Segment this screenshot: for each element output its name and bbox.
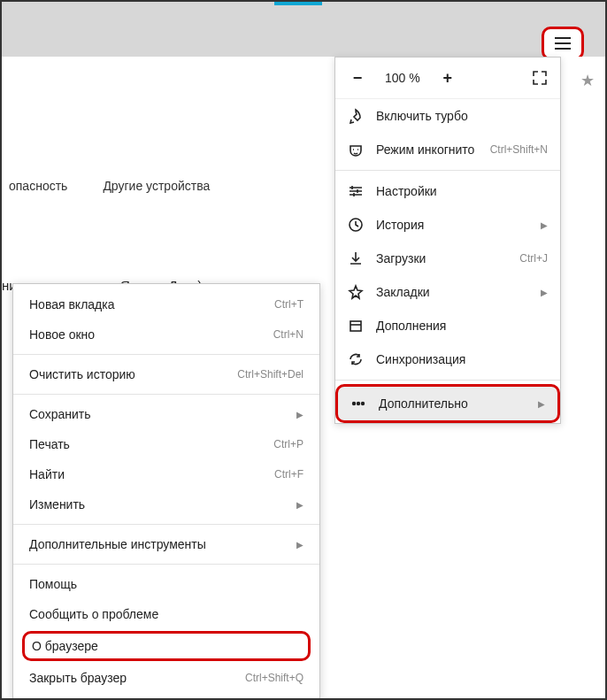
separator <box>335 170 560 171</box>
submenu-report[interactable]: Сообщить о проблеме <box>13 599 319 629</box>
menu-label: Режим инкогнито <box>376 142 478 157</box>
zoom-row: − 100 % + <box>335 58 560 99</box>
shortcut: Ctrl+Shift+Q <box>245 672 304 684</box>
shortcut: Ctrl+F <box>274 468 304 481</box>
hamburger-icon <box>555 37 571 50</box>
menu-sync[interactable]: Синхронизация <box>335 342 560 376</box>
svg-point-2 <box>353 403 356 405</box>
menu-bookmarks[interactable]: Закладки ▶ <box>335 275 560 309</box>
menu-incognito[interactable]: Режим инкогнито Ctrl+Shift+N <box>335 133 560 166</box>
chevron-right-icon: ▶ <box>296 500 304 510</box>
shortcut: Ctrl+N <box>273 328 304 341</box>
menu-turbo[interactable]: Включить турбо <box>335 99 560 133</box>
submenu-quit[interactable]: Закрыть браузер Ctrl+Shift+Q <box>13 663 319 693</box>
submenu-find[interactable]: Найти Ctrl+F <box>13 459 319 489</box>
tab-security-partial[interactable]: опасность <box>2 175 74 196</box>
mask-icon <box>348 142 364 158</box>
menu-label: Включить турбо <box>376 109 548 123</box>
star-icon <box>348 284 364 300</box>
submenu-help[interactable]: Помощь <box>13 569 319 599</box>
separator <box>13 354 319 355</box>
zoom-in-button[interactable]: + <box>438 68 457 88</box>
menu-label: Загрузки <box>376 251 507 265</box>
submenu-save[interactable]: Сохранить ▶ <box>13 399 319 429</box>
main-menu-button[interactable] <box>542 27 584 60</box>
menu-downloads[interactable]: Загрузки Ctrl+J <box>335 242 560 275</box>
menu-addons[interactable]: Дополнения <box>335 309 560 342</box>
submenu-clear-history[interactable]: Очистить историю Ctrl+Shift+Del <box>13 359 319 389</box>
separator <box>13 394 319 395</box>
chevron-right-icon: ▶ <box>538 399 545 409</box>
submenu-label: Новое окно <box>29 327 95 342</box>
shortcut: Ctrl+Shift+N <box>490 143 548 156</box>
separator <box>13 564 319 565</box>
menu-label: Настройки <box>376 184 548 198</box>
main-menu-dropdown: − 100 % + Включить турбо Режим инкогнито… <box>334 57 561 424</box>
tab-active-indicator <box>274 2 322 5</box>
zoom-out-button[interactable]: − <box>348 68 367 88</box>
sync-icon <box>348 351 364 367</box>
submenu-new-window[interactable]: Новое окно Ctrl+N <box>13 319 319 350</box>
submenu-label: О браузере <box>32 639 98 653</box>
chevron-right-icon: ▶ <box>541 288 548 297</box>
submenu-edit[interactable]: Изменить ▶ <box>13 489 319 519</box>
box-icon <box>348 318 364 334</box>
submenu-label: Дополнительные инструменты <box>29 537 206 551</box>
submenu-label: Сообщить о проблеме <box>29 607 158 621</box>
submenu-label: Помощь <box>29 577 77 591</box>
window-titlebar <box>2 2 605 57</box>
bookmark-star-icon[interactable]: ★ <box>580 71 595 90</box>
submenu-label: Закрыть браузер <box>29 671 127 685</box>
submenu-label: Очистить историю <box>29 367 135 381</box>
download-icon <box>348 250 364 266</box>
sliders-icon <box>348 183 364 199</box>
svg-point-3 <box>357 403 360 405</box>
menu-label: Синхронизация <box>376 352 548 366</box>
chevron-right-icon: ▶ <box>296 540 304 550</box>
dots-icon <box>350 396 366 412</box>
more-submenu: Новая вкладка Ctrl+T Новое окно Ctrl+N О… <box>12 283 320 699</box>
submenu-print[interactable]: Печать Ctrl+P <box>13 429 319 459</box>
separator <box>13 524 319 525</box>
shortcut: Ctrl+T <box>274 298 304 311</box>
submenu-new-tab[interactable]: Новая вкладка Ctrl+T <box>13 289 319 319</box>
submenu-label: Печать <box>29 437 70 451</box>
settings-tabs: опасность Другие устройства <box>2 175 217 196</box>
clock-icon <box>348 217 364 233</box>
menu-settings[interactable]: Настройки <box>335 174 560 208</box>
menu-label: Закладки <box>376 285 528 299</box>
menu-label: История <box>376 218 528 232</box>
menu-label: Дополнения <box>376 319 548 333</box>
chevron-right-icon: ▶ <box>296 410 304 419</box>
submenu-label: Изменить <box>29 497 85 512</box>
shortcut: Ctrl+P <box>273 438 304 450</box>
menu-more[interactable]: Дополнительно ▶ <box>335 384 560 423</box>
tab-other-devices[interactable]: Другие устройства <box>96 175 217 196</box>
menu-label: Дополнительно <box>379 396 526 411</box>
chevron-right-icon: ▶ <box>541 220 548 230</box>
separator <box>335 380 560 381</box>
submenu-label: Найти <box>29 467 65 481</box>
rocket-icon <box>348 108 364 124</box>
submenu-about[interactable]: О браузере <box>22 631 311 661</box>
submenu-label: Сохранить <box>29 407 91 421</box>
shortcut: Ctrl+J <box>519 252 548 265</box>
svg-rect-1 <box>350 321 361 331</box>
menu-history[interactable]: История ▶ <box>335 208 560 242</box>
submenu-label: Новая вкладка <box>29 297 115 312</box>
zoom-value: 100 % <box>385 71 420 85</box>
submenu-devtools[interactable]: Дополнительные инструменты ▶ <box>13 529 319 559</box>
shortcut: Ctrl+Shift+Del <box>237 368 304 381</box>
svg-point-4 <box>362 403 365 405</box>
fullscreen-icon[interactable] <box>532 70 548 86</box>
